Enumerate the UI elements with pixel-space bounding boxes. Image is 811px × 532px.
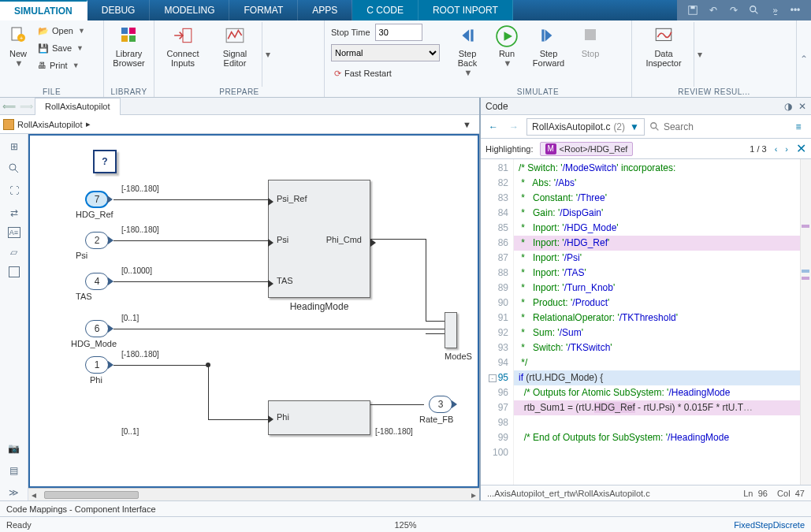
- new-button[interactable]: + New ▼: [3, 22, 33, 71]
- doc-tab[interactable]: RollAxisAutopilot: [35, 98, 121, 115]
- inport-psi-label: Psi: [76, 251, 87, 260]
- signal-editor-button[interactable]: Signal Editor: [210, 22, 260, 71]
- inport-hdg-ref[interactable]: 7: [85, 191, 109, 208]
- file-dropdown[interactable]: RollAxisAutopilot.c (2) ▼: [526, 118, 645, 136]
- bookmark-icon[interactable]: ▤: [6, 463, 22, 478]
- chevron-down-icon: ▼: [73, 61, 80, 69]
- svg-rect-16: [585, 29, 596, 40]
- model-icon: [3, 119, 14, 130]
- clear-highlight-button[interactable]: ✕: [796, 141, 806, 156]
- inport-hdg-mode[interactable]: 6: [85, 320, 109, 337]
- outport-rate-fb[interactable]: 3: [429, 396, 452, 413]
- inport-phi[interactable]: 1: [85, 356, 109, 374]
- code-search[interactable]: [649, 121, 786, 132]
- print-button[interactable]: 🖶Print▼: [35, 57, 88, 74]
- back-button[interactable]: ←: [485, 119, 501, 135]
- tab-root-inport[interactable]: ROOT INPORT: [419, 0, 513, 20]
- next-match-button[interactable]: ›: [785, 144, 788, 154]
- status-bar: Ready 125% FixedStepDiscrete: [0, 516, 811, 532]
- step-back-button[interactable]: Step Back▼: [448, 22, 487, 80]
- route-icon[interactable]: ⇄: [6, 205, 22, 221]
- svg-rect-15: [541, 29, 544, 41]
- redo-icon[interactable]: ↷: [727, 4, 740, 17]
- subsystem-headingmode[interactable]: Psi_Ref Psi TAS Phi_Cmd: [268, 180, 370, 298]
- run-button[interactable]: Run▼: [489, 22, 525, 71]
- scroll-left-icon[interactable]: ◂: [28, 489, 39, 500]
- code-search-input[interactable]: [664, 121, 786, 132]
- minimize-icon[interactable]: ◑: [784, 101, 792, 112]
- breadcrumb-root[interactable]: RollAxisAutopilot: [17, 120, 83, 129]
- range-stub: [-180..180]: [375, 427, 413, 436]
- code-body[interactable]: 8182838485868788899091929394-95 96979899…: [481, 159, 811, 485]
- fast-restart-icon: ⟳: [334, 69, 341, 79]
- more-icon[interactable]: »̱: [768, 4, 781, 17]
- code-mappings-bar[interactable]: Code Mappings - Component Interface: [0, 500, 811, 516]
- group-simulate-label: SIMULATE: [448, 87, 628, 97]
- close-icon[interactable]: ✕: [798, 101, 806, 112]
- expand-panel-icon[interactable]: ≫: [6, 485, 22, 500]
- port-label: Psi_Ref: [277, 194, 307, 203]
- switch-block[interactable]: [445, 312, 457, 348]
- svg-rect-10: [129, 35, 136, 42]
- stop-button[interactable]: Stop: [572, 22, 608, 61]
- fast-restart-button[interactable]: ⟳Fast Restart: [331, 65, 440, 82]
- chevron-down-icon: ▼: [630, 121, 639, 132]
- menu-icon[interactable]: ≡: [791, 119, 806, 135]
- search-icon[interactable]: [748, 4, 761, 17]
- zoom-icon[interactable]: [6, 161, 22, 177]
- collapse-ribbon-button[interactable]: ⌃: [797, 20, 811, 97]
- col-label: Col: [777, 489, 791, 498]
- nav-back-button[interactable]: ⟸: [0, 98, 17, 115]
- review-more-button[interactable]: ▾: [694, 22, 705, 87]
- model-editor-panel: ⟸ ⟹ RollAxisAutopilot RollAxisAutopilot …: [0, 98, 481, 500]
- forward-button[interactable]: →: [506, 119, 522, 135]
- horizontal-scrollbar[interactable]: ◂ ▸: [28, 488, 479, 500]
- library-browser-button[interactable]: Library Browser: [107, 22, 151, 71]
- code-panel-title-bar: Code ◑ ✕: [481, 98, 811, 115]
- hide-panel-icon[interactable]: ⊞: [6, 139, 22, 154]
- block-icon[interactable]: [9, 266, 20, 277]
- tab-format[interactable]: FORMAT: [229, 0, 298, 20]
- minimap[interactable]: [800, 159, 811, 485]
- prev-match-button[interactable]: ‹: [775, 144, 778, 154]
- subsystem-rollrate[interactable]: Phi: [268, 400, 370, 435]
- scroll-right-icon[interactable]: ▸: [468, 489, 479, 500]
- open-button[interactable]: 📂Open▼: [35, 22, 88, 39]
- data-inspector-icon: [653, 25, 675, 47]
- stop-time-input[interactable]: [375, 24, 422, 41]
- fit-icon[interactable]: ⛶: [6, 183, 22, 199]
- nav-fwd-button[interactable]: ⟹: [17, 98, 35, 115]
- inport-psi[interactable]: 2: [85, 232, 109, 249]
- camera-icon[interactable]: 📷: [6, 441, 22, 456]
- highlight-bar: Highlighting: M <Root>/HDG_Ref 1 / 3 ‹ ›…: [481, 139, 811, 159]
- save-button[interactable]: 💾Save▼: [35, 39, 88, 57]
- tab-c-code[interactable]: C CODE: [352, 0, 419, 20]
- help-icon[interactable]: •••: [789, 4, 802, 17]
- image-icon[interactable]: ▱: [6, 244, 22, 260]
- match-count: 1 / 3: [750, 144, 766, 154]
- scroll-thumb[interactable]: [44, 491, 139, 499]
- chevron-down-icon: ▾: [698, 49, 702, 60]
- connect-inputs-button[interactable]: Connect Inputs: [158, 22, 208, 71]
- chevron-right-icon[interactable]: ▸: [86, 119, 91, 129]
- chevron-down-icon: ▼: [504, 58, 512, 68]
- junction-dot: [206, 363, 210, 367]
- view-options-button[interactable]: ▼: [458, 120, 476, 129]
- step-forward-button[interactable]: Step Forward: [526, 22, 571, 71]
- annotation-icon[interactable]: A≡: [8, 227, 20, 238]
- inport-tas[interactable]: 4: [85, 273, 109, 290]
- breadcrumb: RollAxisAutopilot ▸ ▼: [0, 115, 479, 134]
- block-diagram-canvas[interactable]: ? 7 HDG_Ref [-180..180] 2 Psi [-180..180…: [28, 134, 479, 488]
- tab-modeling[interactable]: MODELING: [150, 0, 229, 20]
- undo-icon[interactable]: ↶: [707, 4, 720, 17]
- save-icon[interactable]: [686, 4, 699, 17]
- sim-mode-select[interactable]: Normal: [331, 44, 440, 61]
- tab-debug[interactable]: DEBUG: [87, 0, 151, 20]
- docblock[interactable]: ?: [93, 150, 117, 173]
- status-zoom[interactable]: 125%: [394, 520, 416, 530]
- tab-simulation[interactable]: SIMULATION: [0, 0, 87, 20]
- tab-apps[interactable]: APPS: [298, 0, 352, 20]
- data-inspector-button[interactable]: Data Inspector: [635, 22, 692, 71]
- status-solver[interactable]: FixedStepDiscrete: [734, 520, 805, 530]
- prepare-more-button[interactable]: ▾: [262, 22, 273, 87]
